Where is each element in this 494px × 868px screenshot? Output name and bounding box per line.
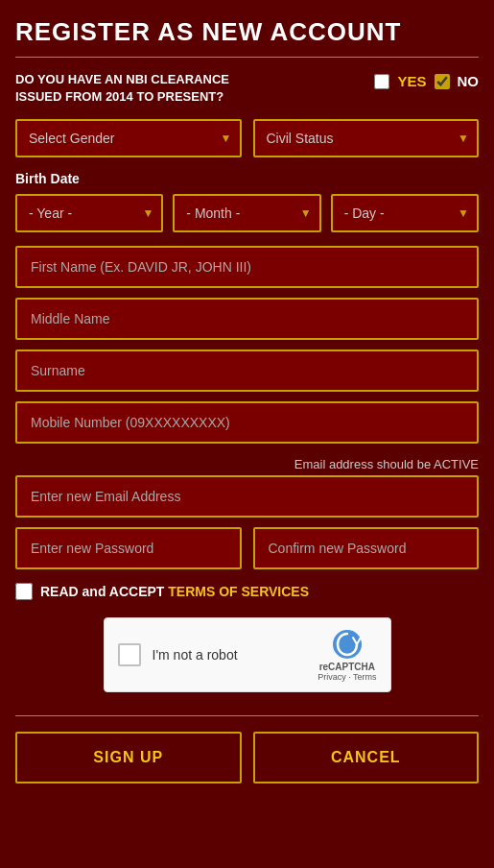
nbi-no-checkbox[interactable] [435,74,450,89]
email-notice: Email address should be ACTIVE [15,457,479,471]
action-row: SIGN UP CANCEL [15,732,479,784]
day-select[interactable]: - Day - [331,194,479,232]
confirm-password-input[interactable] [253,527,480,569]
nbi-yes-checkbox[interactable] [374,74,389,89]
recaptcha-icon [332,629,363,660]
terms-label[interactable]: READ and ACCEPT TERMS OF SERVICES [40,584,309,599]
recaptcha-right: reCAPTCHA Privacy · Terms [318,629,376,682]
gender-select[interactable]: Select Gender Male Female [15,119,242,157]
recaptcha-label: I'm not a robot [153,647,238,663]
nbi-question-row: DO YOU HAVE AN NBI CLEARANCE ISSUED FROM… [15,71,479,106]
terms-link[interactable]: TERMS OF SERVICES [168,584,309,599]
signup-button[interactable]: SIGN UP [15,732,242,784]
email-input[interactable] [15,475,479,518]
civil-status-select[interactable]: Civil Status Single Married Widowed Sepa… [253,119,480,157]
title-divider [15,57,479,58]
day-select-wrapper: - Day - [331,194,479,232]
gender-select-wrapper: Select Gender Male Female [15,119,242,157]
surname-input[interactable] [15,350,479,392]
recaptcha-checkbox[interactable] [118,643,141,666]
mobile-number-input[interactable] [15,401,479,444]
recaptcha-left: I'm not a robot [118,643,238,666]
recaptcha-brand: reCAPTCHA [319,662,375,672]
page-title: REGISTER AS NEW ACCOUNT [15,17,479,47]
year-select-wrapper: - Year - [15,194,163,232]
middle-name-input[interactable] [15,298,479,340]
recaptcha-wrapper: I'm not a robot reCAPTCHA Privacy · Term… [15,617,479,692]
nbi-options: YES NO [374,71,479,89]
year-select[interactable]: - Year - [15,194,163,232]
recaptcha-box[interactable]: I'm not a robot reCAPTCHA Privacy · Term… [104,617,391,692]
month-select-wrapper: - Month - January February March April M… [173,194,320,232]
civil-status-select-wrapper: Civil Status Single Married Widowed Sepa… [253,119,480,157]
recaptcha-links: Privacy · Terms [318,672,376,682]
gender-civil-row: Select Gender Male Female Civil Status S… [15,119,479,157]
terms-checkbox[interactable] [15,583,33,600]
password-input[interactable] [15,527,242,569]
birth-date-label: Birth Date [15,171,479,186]
birth-date-row: - Year - - Month - January February Marc… [15,194,479,232]
bottom-divider [15,715,479,716]
nbi-question-text: DO YOU HAVE AN NBI CLEARANCE ISSUED FROM… [15,71,265,106]
terms-row: READ and ACCEPT TERMS OF SERVICES [15,583,479,600]
nbi-no-label[interactable]: NO [458,73,480,89]
cancel-button[interactable]: CANCEL [253,732,480,784]
month-select[interactable]: - Month - January February March April M… [173,194,320,232]
first-name-input[interactable] [15,246,479,288]
nbi-yes-label[interactable]: YES [397,73,426,89]
password-row [15,527,479,569]
